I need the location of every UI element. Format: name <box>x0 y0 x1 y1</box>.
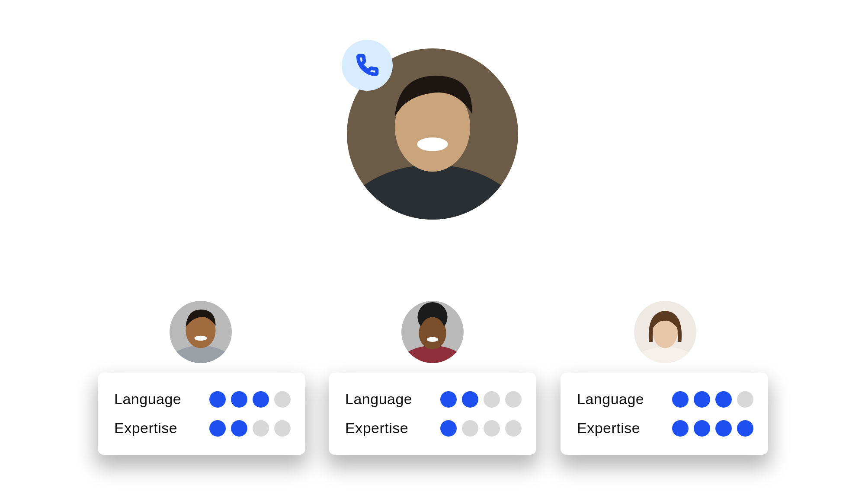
score-dot <box>462 391 478 408</box>
agent-1-portrait <box>170 301 232 363</box>
agent-3-expertise-row: Expertise <box>577 420 753 437</box>
label-language: Language <box>577 391 644 408</box>
agent-3-language-dots <box>672 391 753 408</box>
score-dot <box>672 391 689 408</box>
agent-3-skill-card: Language Expertise <box>561 373 768 455</box>
label-language: Language <box>345 391 412 408</box>
label-expertise: Expertise <box>345 420 408 437</box>
agent-1-language-dots <box>209 391 291 408</box>
score-dot <box>737 420 753 437</box>
label-expertise: Expertise <box>577 420 640 437</box>
label-language: Language <box>114 391 181 408</box>
agent-1-expertise-dots <box>209 420 291 437</box>
score-dot <box>484 391 500 408</box>
score-dot <box>209 420 226 437</box>
label-expertise: Expertise <box>114 420 177 437</box>
score-dot <box>231 420 247 437</box>
score-dot <box>231 391 247 408</box>
call-badge <box>342 40 393 91</box>
agent-3-language-row: Language <box>577 391 753 408</box>
agent-1-avatar <box>166 297 235 367</box>
agent-1-language-row: Language <box>114 391 291 408</box>
routing-diagram: Language Expertise Language Expertise La… <box>0 0 865 504</box>
agent-1-expertise-row: Expertise <box>114 420 291 437</box>
score-dot <box>253 391 269 408</box>
agent-2-portrait <box>401 301 464 363</box>
score-dot <box>505 420 522 437</box>
score-dot <box>440 420 457 437</box>
score-dot <box>694 391 710 408</box>
agent-2-avatar <box>398 297 467 367</box>
svg-point-7 <box>195 336 207 341</box>
svg-point-3 <box>417 137 448 151</box>
svg-point-13 <box>427 337 438 342</box>
agent-2-skill-card: Language Expertise <box>329 373 536 455</box>
score-dot <box>484 420 500 437</box>
score-dot <box>274 420 291 437</box>
score-dot <box>253 420 269 437</box>
score-dot <box>694 420 710 437</box>
agent-2-language-row: Language <box>345 391 522 408</box>
agent-1-skill-card: Language Expertise <box>98 373 305 455</box>
score-dot <box>274 391 291 408</box>
score-dot <box>440 391 457 408</box>
score-dot <box>737 391 753 408</box>
phone-icon <box>355 53 379 77</box>
agent-2-expertise-row: Expertise <box>345 420 522 437</box>
agent-3-avatar <box>631 297 700 367</box>
score-dot <box>715 420 732 437</box>
agent-2-expertise-dots <box>440 420 522 437</box>
agent-2-language-dots <box>440 391 522 408</box>
agent-3-expertise-dots <box>672 420 753 437</box>
agent-3-portrait <box>634 301 696 363</box>
svg-point-12 <box>420 317 445 347</box>
connector-trunk <box>432 224 433 276</box>
score-dot <box>209 391 226 408</box>
score-dot <box>462 420 478 437</box>
score-dot <box>672 420 689 437</box>
score-dot <box>505 391 522 408</box>
score-dot <box>715 391 732 408</box>
